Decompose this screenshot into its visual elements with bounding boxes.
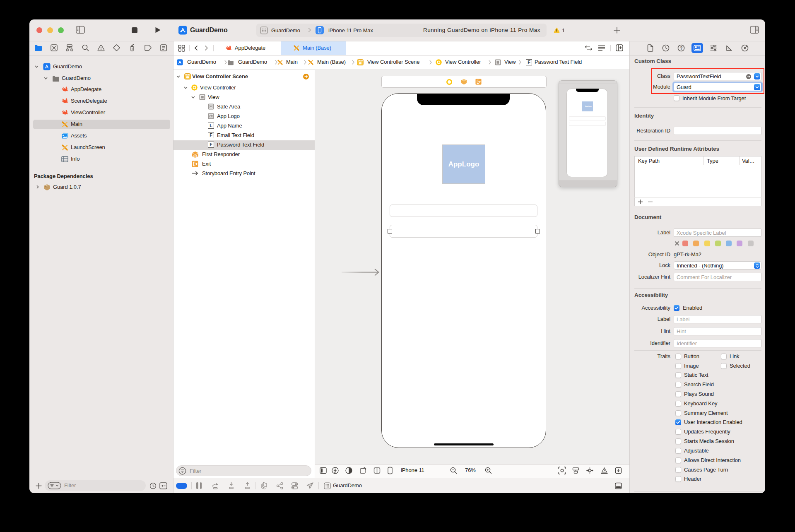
svg-text:?: ? [680,46,682,51]
svg-text:1: 1 [196,155,198,157]
svg-text:0: 0 [193,155,195,157]
